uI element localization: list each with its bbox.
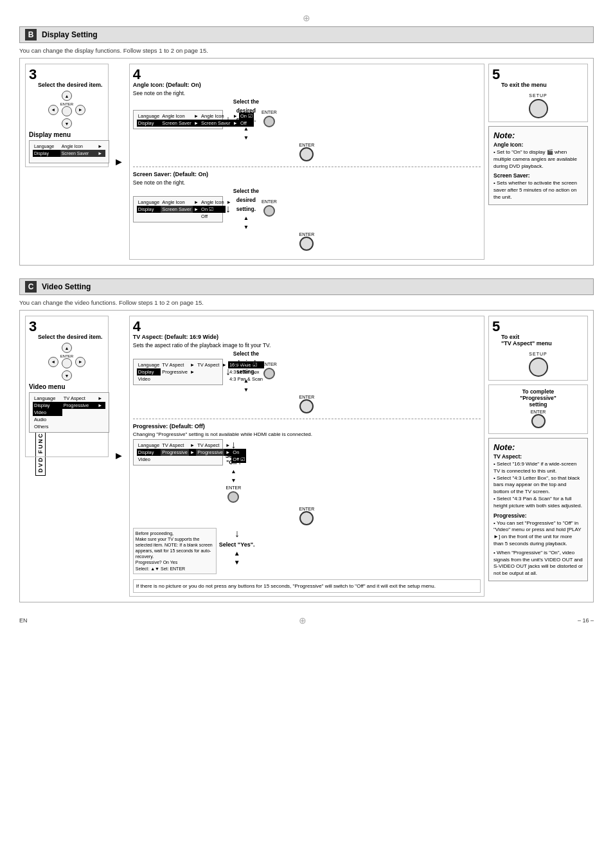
arrow-prog-select: ↓ — [231, 439, 236, 451]
enter-label-prog: ENTER — [226, 485, 242, 505]
arrow-ss-select: ↓ — [226, 203, 231, 215]
section-b-letter: B — [25, 29, 37, 41]
step3-b-label: Select the desired item. — [29, 82, 105, 88]
setup-c: SETUP — [492, 352, 584, 377]
substep1-c-title: TV Aspect: (Default: 16:9 Wide) — [133, 334, 481, 340]
section-c-content: 3 Select the desired item. ▲ ◄ ENTER ► ▼ — [19, 310, 594, 602]
substep1-b-desc: See note on the right. — [133, 90, 481, 96]
select-prog-on: Select "On". ▲ ▼ — [226, 453, 242, 484]
setup-b: SETUP — [492, 93, 584, 118]
step3-c-number: 3 — [29, 320, 105, 334]
section-b-header: B Display Setting — [19, 26, 594, 43]
substep1-c: TV Aspect: (Default: 16:9 Wide) Sets the… — [133, 334, 481, 413]
enter-label-ss: ENTER — [262, 199, 277, 219]
b-divider — [133, 167, 481, 167]
down-btn-b: ▼ — [62, 118, 72, 129]
display-menu-box: LanguageAngle Icon► DisplayScreen Saver► — [29, 140, 109, 163]
enter-circle-c1 — [299, 399, 314, 413]
up-arrow-yes: ▲ — [234, 550, 240, 557]
progressive-note-text1: • You can set "Progressive" to "Off" in … — [493, 520, 583, 548]
section-b-subtitle: You can change the display functions. Fo… — [19, 47, 594, 54]
screen-saver-note-text: • Sets whether to activate the screen sa… — [493, 180, 583, 201]
section-c-letter: C — [25, 281, 37, 293]
substep2-b-title: Screen Saver: (Default: On) — [133, 171, 481, 177]
section-b-title: Display Setting — [42, 30, 98, 39]
enter-label-angle: ENTER — [262, 110, 277, 129]
down-arrow-angle: ▼ — [244, 134, 249, 141]
enter-label-tv: ENTER — [262, 362, 277, 381]
enter-c2: ENTER — [133, 507, 481, 525]
note-c: Note: TV Aspect: • Select "16:9 Wide" if… — [488, 438, 588, 581]
tv-aspect-note-text3: • Select "4:3 Pan & Scan" for a full hei… — [493, 496, 583, 510]
section-b: B Display Setting You can change the dis… — [19, 26, 594, 266]
substep2-c: Progressive: (Default: Off) Changing "Pr… — [133, 423, 481, 574]
controller-b: ▲ ◄ ENTER ► ▼ — [29, 91, 105, 129]
registration-mark-top: ⊕ — [19, 13, 594, 23]
step3-c: 3 Select the desired item. ▲ ◄ ENTER ► ▼ — [25, 316, 109, 457]
page-footer: EN ⊕ – 16 – — [19, 615, 594, 626]
enter-circle-b1 — [299, 147, 314, 161]
video-menu-box: LanguageTV Aspect► DisplayProgressive► V… — [29, 392, 109, 433]
up-arrow-ss: ▲ — [244, 215, 249, 221]
select-ss: Select the desired setting. ▲ ▼ — [233, 188, 259, 230]
enter-circle-c2 — [299, 511, 314, 525]
setup-c-btn — [529, 357, 548, 377]
enter-btn-b — [62, 106, 72, 116]
arrow-angle-select: ↓ — [226, 114, 231, 125]
progressive-note-label: Progressive: — [493, 512, 583, 520]
select-tv: Select the desired setting. ▲ ▼ — [233, 350, 259, 393]
arrow-3-4-c: ► — [112, 450, 125, 462]
down-arrow-prog: ▼ — [231, 477, 236, 484]
no-picture-text: If there is no picture or you do not pre… — [133, 579, 481, 593]
note-b-title: Note: — [493, 130, 583, 141]
step5-c-number: 5 — [492, 320, 584, 334]
left-btn-b: ◄ — [48, 105, 58, 115]
arrow-tv-select: ↓ — [226, 366, 231, 377]
right-btn-b: ► — [75, 105, 85, 115]
up-btn-b: ▲ — [62, 91, 72, 101]
down-arrow-ss: ▼ — [244, 224, 249, 230]
right-btn-c: ► — [75, 357, 85, 367]
up-arrow-angle: ▲ — [244, 125, 249, 132]
to-complete-label: To complete "Progressive" setting — [492, 388, 584, 408]
note-c-title: Note: — [493, 442, 583, 453]
enter-c1: ENTER — [133, 395, 481, 413]
tv-aspect-note-text2: • Select "4:3 Letter Box", so that black… — [493, 475, 583, 496]
arrow-yes-select: ↓ — [235, 528, 240, 539]
step4-b-number: 4 — [133, 68, 481, 82]
enter-btn-c — [62, 358, 72, 368]
yes-confirm-box: Before proceeding, Make sure your TV sup… — [133, 528, 217, 574]
step3-c-label: Select the desired item. — [29, 334, 105, 340]
enter-b1: ENTER — [133, 143, 481, 161]
down-btn-c: ▼ — [62, 370, 72, 381]
angle-icon-menu: LanguageAngle Icon►Angle Icon►On ☑ Displ… — [133, 110, 223, 129]
controller-c: ▲ ◄ ENTER ► ▼ — [29, 343, 105, 381]
substep2-c-desc: Changing "Progressive" setting is not av… — [133, 431, 481, 437]
tv-aspect-menu: LanguageTV Aspect►TV Aspect►16:9 Wide ☑ … — [133, 359, 223, 385]
display-menu-title: Display menu — [29, 131, 105, 138]
down-arrow-tv: ▼ — [244, 386, 249, 393]
section-c-title: Video Setting — [42, 282, 91, 291]
left-btn-c: ◄ — [48, 357, 58, 367]
setup-b-label: SETUP — [529, 93, 547, 98]
step5-b-label: To exit the menu — [492, 82, 584, 88]
progressive-menu: LanguageTV Aspect►TV Aspect► DisplayProg… — [133, 439, 223, 466]
angle-icon-note-label: Angle Icon: — [493, 141, 583, 149]
section-b-content: 3 Select the desired item. ▲ ◄ ENTER ► ▼ — [19, 58, 594, 266]
angle-icon-note-text: • Set to "On" to display 🎬 when multiple… — [493, 149, 583, 170]
step5-c-and-note: 5 To exit "TV Aspect" menu SETUP To comp… — [488, 316, 588, 581]
step5-b-and-note: 5 To exit the menu SETUP Note: Angle Ico… — [488, 64, 588, 205]
c-divider — [133, 419, 481, 419]
footer-en: EN — [19, 617, 28, 624]
step5-b: 5 To exit the menu SETUP — [488, 64, 588, 122]
setup-b-btn — [529, 99, 548, 118]
to-complete-section: To complete "Progressive" setting ENTER — [488, 384, 588, 434]
select-yes-label: Select "Yes". — [219, 541, 255, 548]
tv-aspect-note-text1: • Select "16:9 Wide" if a wide-screen TV… — [493, 461, 583, 475]
section-c-subtitle: You can change the video functions. Foll… — [19, 299, 594, 306]
step4-c: 4 TV Aspect: (Default: 16:9 Wide) Sets t… — [129, 316, 484, 597]
up-btn-c: ▲ — [62, 343, 72, 353]
down-arrow-yes: ▼ — [234, 559, 240, 566]
video-menu-title: Video menu — [29, 383, 105, 390]
step3-b-number: 3 — [29, 68, 105, 82]
